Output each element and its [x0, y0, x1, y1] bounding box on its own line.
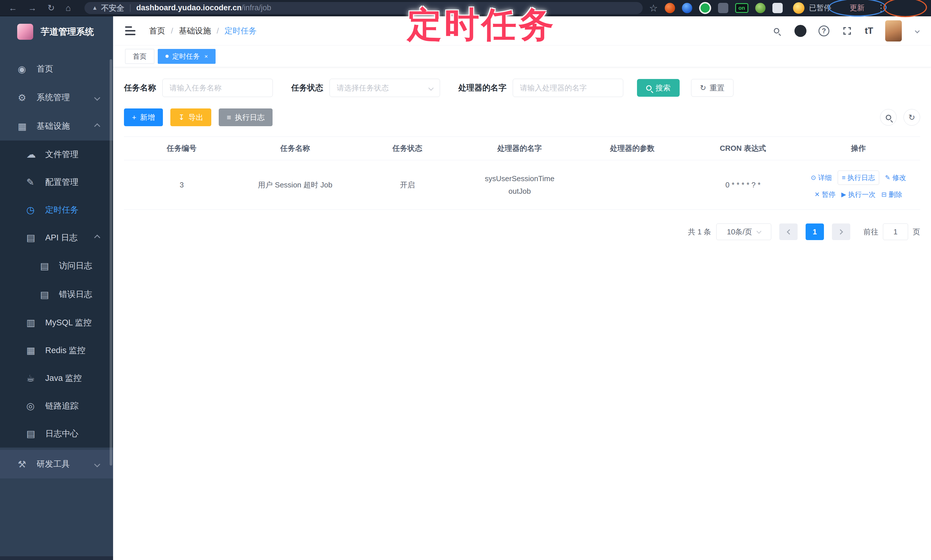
sidebar-item-job[interactable]: ◷ 定时任务 — [0, 196, 113, 224]
handler-name-input[interactable] — [513, 79, 623, 97]
page-size-select[interactable]: 10条/页 — [716, 223, 771, 240]
sidebar-item-label: 首页 — [37, 63, 53, 75]
detail-link-label: 详细 — [818, 173, 832, 182]
pause-link[interactable]: ✕ 暂停 — [814, 190, 835, 199]
extensions-row: ☆ on — [649, 2, 782, 14]
edit-link[interactable]: ✎ 修改 — [885, 173, 906, 182]
sidebar-item-access-log[interactable]: ▤ 访问日志 — [0, 252, 113, 280]
next-page-button[interactable] — [832, 223, 850, 240]
search-icon[interactable] — [771, 25, 782, 37]
tab-job-active[interactable]: 定时任务 × — [158, 49, 216, 64]
run-once-link[interactable]: ▶ 执行一次 — [841, 190, 876, 199]
app-logo[interactable]: 芋道管理系统 — [0, 16, 113, 47]
bookmark-star-icon[interactable]: ☆ — [649, 2, 658, 14]
extension-blue-icon[interactable] — [682, 3, 692, 13]
download-icon: ↧ — [178, 113, 185, 122]
table-row: 3 用户 Session 超时 Job 开启 sysUserSessionTim… — [124, 160, 920, 210]
extension-on-badge[interactable]: on — [735, 3, 748, 13]
delete-link[interactable]: ⊟ 删除 — [881, 190, 902, 199]
active-tab-dot — [165, 55, 169, 58]
sidebar-item-label: MySQL 监控 — [45, 317, 92, 329]
col-actions: 操作 — [797, 137, 920, 160]
search-button[interactable]: 搜索 — [637, 79, 680, 97]
page-size-value: 10条/页 — [727, 227, 752, 237]
export-button[interactable]: ↧ 导出 — [170, 108, 211, 126]
home-icon[interactable]: ⌂ — [66, 3, 71, 13]
sidebar-item-label: 错误日志 — [59, 289, 92, 300]
sidebar-menu: ◉ 首页 ⚙ 系统管理 ▦ 基础设施 ☁ 文件管理 ✎ 配置管理 — [0, 55, 113, 478]
back-icon[interactable]: ← — [9, 3, 17, 13]
reset-button[interactable]: ↻ 重置 — [691, 79, 734, 97]
collapse-sidebar-icon[interactable] — [125, 26, 136, 35]
fullscreen-icon[interactable] — [842, 25, 853, 37]
sidebar-item-redis[interactable]: ▦ Redis 监控 — [0, 337, 113, 364]
address-bar[interactable]: ▲ 不安全 dashboard.yudao.iocoder.cn /infra/… — [85, 2, 643, 14]
sidebar-item-system[interactable]: ⚙ 系统管理 — [0, 83, 113, 112]
github-icon[interactable] — [794, 25, 806, 37]
extension-green-icon[interactable] — [699, 2, 711, 14]
page-content: 任务名称 任务状态 请选择任务状态 处理器的名字 搜索 ↻ 重置 — [113, 67, 931, 240]
paused-label: 已暂停 — [809, 3, 831, 13]
infra-submenu: ☁ 文件管理 ✎ 配置管理 ◷ 定时任务 ▤ API 日志 ▤ — [0, 140, 113, 448]
prev-page-button[interactable] — [779, 223, 798, 240]
chevron-up-icon — [94, 235, 100, 241]
sidebar-item-mysql[interactable]: ▥ MySQL 监控 — [0, 309, 113, 337]
extension-orange-icon[interactable] — [665, 3, 675, 13]
tab-bar: 首页 定时任务 × — [113, 46, 931, 67]
add-button[interactable]: + 新增 — [124, 108, 163, 126]
row-exec-log-link[interactable]: ≡ 执行日志 — [838, 171, 880, 185]
annotation-title: 定时任务 — [407, 2, 556, 49]
breadcrumb-infra[interactable]: 基础设施 — [179, 25, 211, 36]
font-size-icon[interactable]: tT — [865, 26, 873, 36]
sidebar-item-config[interactable]: ✎ 配置管理 — [0, 168, 113, 196]
table-toolbar: + 新增 ↧ 导出 ≡ 执行日志 ↻ — [124, 108, 920, 126]
task-status-select[interactable]: 请选择任务状态 — [330, 79, 440, 97]
goto-page-input[interactable] — [883, 223, 908, 240]
help-icon[interactable]: ? — [818, 25, 829, 36]
reload-icon[interactable]: ↻ — [48, 3, 55, 13]
toggle-search-button[interactable] — [880, 109, 897, 126]
pause-link-label: 暂停 — [822, 190, 835, 199]
current-page-button[interactable]: 1 — [806, 223, 824, 240]
handler-name-label: 处理器的名字 — [458, 82, 506, 93]
sidebar-item-home[interactable]: ◉ 首页 — [0, 55, 113, 83]
layers-icon: ▦ — [26, 345, 45, 356]
exec-log-button[interactable]: ≡ 执行日志 — [219, 108, 273, 126]
security-warning-label[interactable]: 不安全 — [101, 3, 124, 13]
cloud-upload-icon: ☁ — [26, 149, 45, 160]
sidebar-scrollbar[interactable] — [109, 59, 112, 466]
task-name-input[interactable] — [162, 79, 273, 97]
tab-label: 定时任务 — [172, 52, 200, 61]
col-job-name: 任务名称 — [239, 137, 351, 160]
browser-update-button[interactable]: 更新 — [850, 3, 865, 13]
cell-job-id: 3 — [124, 160, 239, 210]
tab-home[interactable]: 首页 — [125, 49, 154, 64]
profile-avatar — [793, 2, 805, 14]
close-icon[interactable]: × — [204, 53, 208, 60]
detail-link[interactable]: ⊙ 详细 — [811, 173, 832, 182]
sidebar-item-java[interactable]: ☕ Java 监控 — [0, 364, 113, 392]
forward-icon[interactable]: → — [28, 3, 37, 13]
close-icon: ✕ — [814, 191, 820, 198]
export-button-label: 导出 — [188, 112, 203, 123]
extension-grid-icon[interactable] — [718, 3, 728, 13]
extension-leaf-icon[interactable] — [755, 3, 766, 13]
refresh-button[interactable]: ↻ — [903, 109, 920, 126]
browser-menu-icon[interactable]: ⋮ — [877, 3, 886, 14]
sidebar-item-infra[interactable]: ▦ 基础设施 — [0, 112, 113, 140]
user-avatar[interactable] — [885, 20, 902, 42]
breadcrumb-home[interactable]: 首页 — [149, 25, 165, 36]
sidebar-item-trace[interactable]: ◎ 链路追踪 — [0, 392, 113, 420]
sidebar: 芋道管理系统 ◉ 首页 ⚙ 系统管理 ▦ 基础设施 ☁ 文件管理 — [0, 16, 113, 560]
sidebar-item-error-log[interactable]: ▤ 错误日志 — [0, 280, 113, 309]
extension-puzzle-icon[interactable] — [772, 3, 783, 13]
sidebar-item-devtools[interactable]: ⚒ 研发工具 — [0, 450, 113, 478]
avatar-caret-icon[interactable] — [915, 28, 920, 33]
sidebar-item-file[interactable]: ☁ 文件管理 — [0, 140, 113, 168]
sidebar-item-log-center[interactable]: ▤ 日志中心 — [0, 420, 113, 448]
browser-profile-chip[interactable]: 已暂停 — [793, 2, 831, 14]
sidebar-item-api-log[interactable]: ▤ API 日志 — [0, 224, 113, 252]
goto-page: 前往 页 — [863, 223, 920, 240]
eye-icon: ◎ — [26, 400, 45, 411]
col-job-status: 任务状态 — [351, 137, 464, 160]
